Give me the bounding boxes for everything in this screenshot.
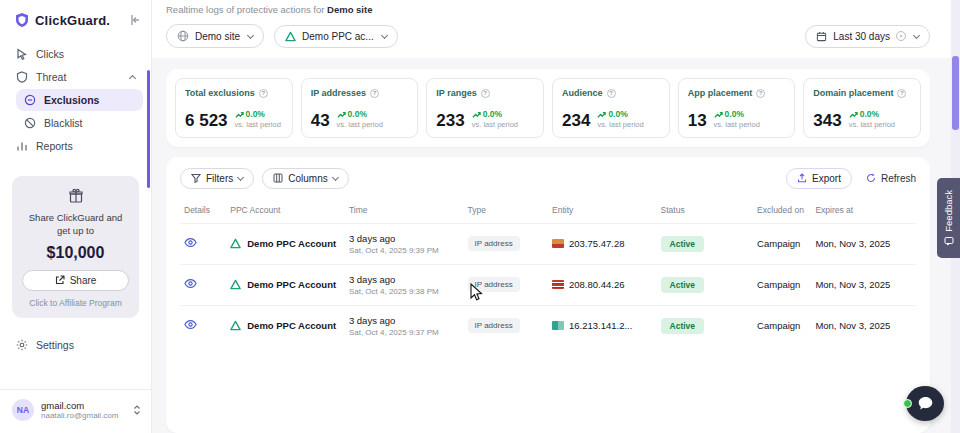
stat-card-app-placement: App placement 13 0.0% vs. last period [678, 78, 796, 138]
stat-card-audience: Audience 234 0.0% vs. last period [552, 78, 670, 138]
refresh-icon [866, 173, 876, 183]
chevron-down-icon [247, 31, 254, 38]
stat-trend-value: 0.0% [860, 110, 879, 119]
status-badge: Active [661, 236, 705, 252]
date-clear-icon[interactable] [896, 31, 906, 41]
promo-text: Share ClickGuard and get up to [22, 212, 129, 238]
info-icon[interactable] [897, 89, 906, 98]
info-icon[interactable] [370, 89, 379, 98]
table-row: Demo PPC Account 3 days agoSat, Oct 4, 2… [180, 264, 916, 305]
export-button[interactable]: Export [786, 168, 852, 189]
app-window: ClickGuard. Clicks Threat [0, 0, 960, 433]
stat-note: vs. last period [849, 121, 895, 129]
sidebar-item-blacklist[interactable]: Blacklist [16, 112, 143, 134]
shield-icon [16, 71, 28, 83]
chevron-down-icon [381, 31, 388, 38]
stat-title: IP ranges [436, 88, 476, 98]
sidebar-item-label: Clicks [36, 48, 64, 60]
account-filter-value: Demo PPC ac... [302, 31, 374, 42]
excluded-on-value: Campaign [757, 320, 800, 331]
sidebar: ClickGuard. Clicks Threat [0, 0, 152, 433]
sidebar-item-clicks[interactable]: Clicks [8, 43, 143, 65]
stat-note: vs. last period [337, 121, 383, 129]
stat-trend-value: 0.0% [608, 110, 627, 119]
time-relative: 3 days ago [349, 274, 460, 285]
stat-trend-value: 0.0% [725, 110, 744, 119]
columns-button[interactable]: Columns [262, 168, 348, 189]
type-badge: IP address [468, 277, 520, 292]
sidebar-item-threat[interactable]: Threat [8, 66, 143, 88]
info-icon[interactable] [259, 89, 268, 98]
filters-button[interactable]: Filters [180, 168, 254, 189]
account-filter-dropdown[interactable]: Demo PPC ac... [274, 25, 398, 48]
flag-icon [552, 321, 564, 330]
stat-title: Total exclusions [185, 88, 255, 98]
chevron-updown-icon [133, 404, 141, 416]
feedback-tab[interactable]: Feedback [937, 178, 960, 258]
columns-button-label: Columns [288, 173, 327, 184]
stat-trend-value: 0.0% [348, 110, 367, 119]
status-badge: Active [661, 277, 705, 293]
sidebar-item-label: Settings [36, 339, 74, 351]
site-filter-dropdown[interactable]: Demo site [166, 24, 264, 48]
details-eye-icon[interactable] [184, 318, 197, 331]
stat-card-total-exclusions: Total exclusions 6 523 0.0% vs. last per… [175, 78, 293, 138]
excluded-on-value: Campaign [757, 279, 800, 290]
stat-value: 13 [688, 112, 707, 129]
header-entity: Entity [548, 201, 657, 224]
feedback-label: Feedback [943, 190, 954, 232]
info-icon[interactable] [756, 89, 765, 98]
time-relative: 3 days ago [349, 233, 460, 244]
header-status: Status [657, 201, 754, 224]
sidebar-scroll-indicator[interactable] [147, 70, 150, 188]
exclusions-table: Details PPC Account Time Type Entity Sta… [180, 201, 916, 346]
header-type: Type [464, 201, 548, 224]
page-scrollbar-thumb[interactable] [952, 56, 959, 130]
chevron-up-icon [129, 74, 136, 81]
sidebar-item-settings[interactable]: Settings [8, 334, 143, 356]
chevron-down-icon [332, 173, 339, 180]
content-area: Total exclusions 6 523 0.0% vs. last per… [152, 58, 960, 433]
stat-card-ip-ranges: IP ranges 233 0.0% vs. last period [426, 78, 544, 138]
type-badge: IP address [468, 318, 520, 333]
chat-widget-button[interactable] [906, 386, 944, 421]
trend-up-icon [849, 110, 858, 119]
refresh-button-label: Refresh [881, 173, 916, 184]
export-button-label: Export [812, 173, 841, 184]
details-eye-icon[interactable] [184, 277, 197, 290]
stat-note: vs. last period [235, 121, 281, 129]
stats-panel: Total exclusions 6 523 0.0% vs. last per… [166, 69, 930, 147]
brand-row: ClickGuard. [0, 0, 151, 38]
header-time: Time [345, 201, 464, 224]
time-relative: 3 days ago [349, 315, 460, 326]
sidebar-collapse-icon[interactable] [129, 14, 141, 26]
entity-value: 16.213.141.2... [569, 320, 632, 331]
globe-icon [177, 30, 189, 42]
info-icon[interactable] [481, 89, 490, 98]
type-badge: IP address [468, 236, 520, 251]
user-name: gmail.com [41, 400, 126, 411]
header-expires-at: Expires at [811, 201, 916, 224]
sidebar-item-label: Exclusions [44, 94, 99, 106]
user-menu[interactable]: NA gmail.com naatali.ro@gmail.com [0, 389, 151, 433]
date-range-dropdown[interactable]: Last 30 days [805, 25, 930, 48]
account-name: Demo PPC Account [247, 279, 336, 290]
site-filter-value: Demo site [195, 31, 240, 42]
affiliate-promo-card: Share ClickGuard and get up to $10,000 S… [12, 176, 139, 318]
account-name: Demo PPC Account [247, 238, 336, 249]
refresh-button[interactable]: Refresh [866, 173, 916, 184]
sidebar-nav: Clicks Threat Exclusions Blac [0, 38, 151, 158]
clicks-cursor-icon [16, 48, 28, 60]
table-toolbar: Filters Columns [180, 168, 916, 189]
table-row: Demo PPC Account 3 days agoSat, Oct 4, 2… [180, 223, 916, 264]
sidebar-item-reports[interactable]: Reports [8, 135, 143, 157]
promo-amount: $10,000 [22, 244, 129, 262]
info-icon[interactable] [607, 89, 616, 98]
sidebar-item-label: Blacklist [44, 117, 83, 129]
share-button[interactable]: Share [22, 270, 129, 291]
sidebar-item-exclusions[interactable]: Exclusions [16, 89, 143, 111]
header-details: Details [180, 201, 226, 224]
affiliate-link[interactable]: Click to Affiliate Program [22, 298, 129, 308]
details-eye-icon[interactable] [184, 236, 197, 249]
sidebar-item-label: Threat [36, 71, 66, 83]
